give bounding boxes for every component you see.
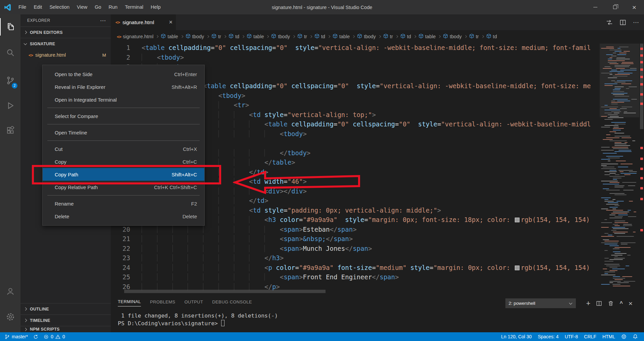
close-panel-icon[interactable]: ×: [629, 299, 633, 307]
menubar-item-selection[interactable]: Selection: [46, 0, 73, 14]
eol-item[interactable]: CRLF: [581, 332, 599, 341]
search-icon[interactable]: [0, 44, 20, 61]
split-editor-icon[interactable]: [620, 19, 626, 26]
breadcrumb-symbol-table[interactable]: table: [418, 34, 436, 40]
split-terminal-icon[interactable]: [596, 300, 602, 306]
feedback-smiley-item[interactable]: [618, 332, 629, 341]
context-menu-item-open-in-integrated-terminal[interactable]: Open in Integrated Terminal: [43, 93, 204, 106]
outline-section[interactable]: OUTLINE: [20, 303, 111, 315]
npm-scripts-section[interactable]: NPM SCRIPTS: [20, 326, 111, 332]
breadcrumb-symbol-tbody[interactable]: tbody: [357, 34, 376, 40]
minimap[interactable]: [600, 43, 639, 296]
source-control-icon[interactable]: 2: [0, 72, 20, 89]
close-button[interactable]: ×: [625, 0, 644, 14]
language-mode-item[interactable]: HTML: [600, 332, 618, 341]
minimize-button[interactable]: [586, 0, 605, 14]
menubar-item-terminal[interactable]: Terminal: [121, 0, 147, 14]
account-icon[interactable]: [0, 283, 20, 300]
breadcrumb-symbol-table[interactable]: table: [333, 34, 350, 40]
breadcrumb-symbol-tbody[interactable]: tbody: [271, 34, 290, 40]
code-line[interactable]: 24<p color="#9a9a9a" font-size="medium" …: [111, 263, 600, 273]
tab-close-icon[interactable]: ×: [169, 19, 172, 26]
cursor-position-item[interactable]: Ln 120, Col 30: [498, 332, 534, 341]
breadcrumb-symbol-tbody[interactable]: tbody: [443, 34, 461, 40]
context-menu-item-open-to-the-side[interactable]: Open to the SideCtrl+Enter: [43, 68, 204, 80]
context-menu-item-select-for-compare[interactable]: Select for Compare: [43, 110, 204, 122]
breadcrumb-symbol-tr[interactable]: tr: [383, 34, 393, 40]
chevron-right-icon: [266, 35, 269, 38]
breadcrumb-symbol-table[interactable]: table: [161, 34, 178, 40]
code-line[interactable]: 20<span>Esteban</span>: [111, 225, 600, 234]
tab-debug-console[interactable]: DEBUG CONSOLE: [212, 299, 252, 306]
breadcrumb-file[interactable]: <>signature.html: [117, 34, 153, 39]
kill-terminal-trash-icon[interactable]: [608, 300, 614, 306]
timeline-section[interactable]: TIMELINE: [20, 315, 111, 326]
menubar-item-file[interactable]: File: [15, 0, 30, 14]
breadcrumb-symbol-tr[interactable]: tr: [297, 34, 307, 40]
explorer-more-actions-icon[interactable]: ⋯: [100, 17, 106, 24]
code-line[interactable]: 2<tbody>: [111, 53, 600, 62]
terminal-shell-select[interactable]: 2: powershell: [505, 298, 576, 308]
maximize-panel-icon[interactable]: ^: [620, 300, 623, 306]
tab-terminal[interactable]: TERMINAL: [118, 299, 141, 306]
breadcrumb-symbol-tbody[interactable]: tbody: [186, 34, 204, 40]
settings-gear-icon[interactable]: [0, 308, 20, 326]
breadcrumb-label: tbody: [192, 34, 204, 39]
tab-problems[interactable]: PROBLEMS: [150, 299, 175, 306]
terminal-cursor[interactable]: [221, 320, 225, 326]
code-line[interactable]: 23</h3>: [111, 253, 600, 263]
tab-signature-html[interactable]: <> signature.html ×: [111, 14, 176, 30]
problems-item[interactable]: 0 0: [41, 332, 68, 341]
notifications-bell-item[interactable]: [630, 332, 641, 341]
menubar-item-run[interactable]: Run: [105, 0, 121, 14]
code-token: [261, 111, 264, 118]
menubar-item-view[interactable]: View: [73, 0, 91, 14]
tab-output[interactable]: OUTPUT: [184, 299, 203, 306]
code-line[interactable]: 22<span>Munch Jones</span>: [111, 244, 600, 253]
explorer-icon[interactable]: [0, 18, 20, 36]
changed-line-marker: [640, 103, 643, 105]
breadcrumb-symbol-td[interactable]: td: [400, 34, 411, 40]
horizontal-scrollbar-thumb[interactable]: [124, 290, 326, 293]
extensions-icon[interactable]: [0, 122, 20, 139]
indent-guide: [188, 235, 203, 242]
context-menu-item-reveal-in-file-explorer[interactable]: Reveal in File ExplorerShift+Alt+R: [43, 80, 204, 93]
indentation-item[interactable]: Spaces: 4: [535, 332, 561, 341]
menubar-item-go[interactable]: Go: [91, 0, 105, 14]
minimap-line: [601, 127, 610, 127]
code-line[interactable]: 25<span>Front End Engineer</span>: [111, 272, 600, 282]
context-menu-item-delete[interactable]: DeleteDelete: [43, 210, 204, 223]
menubar-item-help[interactable]: Help: [147, 0, 164, 14]
breadcrumb-symbol-td[interactable]: td: [229, 34, 239, 40]
terminal-output[interactable]: 1 file changed, 8 insertions(+), 8 delet…: [118, 312, 278, 327]
breadcrumb-symbol-td[interactable]: td: [314, 34, 325, 40]
restore-button[interactable]: [605, 0, 625, 14]
folder-section[interactable]: SIGNATURE: [20, 38, 111, 49]
more-actions-icon[interactable]: ⋯: [633, 19, 639, 26]
breadcrumb-symbol-table[interactable]: table: [247, 34, 264, 40]
overview-ruler[interactable]: [639, 43, 644, 296]
code-tokens: <td style="vertical-align: top;">: [249, 111, 376, 118]
minimap-line: [604, 201, 614, 202]
run-debug-icon[interactable]: [0, 97, 20, 114]
breadcrumb-symbol-tr[interactable]: tr: [211, 34, 221, 40]
open-editors-section[interactable]: OPEN EDITORS: [20, 26, 111, 38]
code-line[interactable]: 1<table cellpadding="0" cellspacing="0" …: [111, 43, 600, 53]
minimap-line: [617, 73, 633, 73]
file-item-signature-html[interactable]: <> signature.html M: [20, 49, 111, 61]
context-menu-item-open-timeline[interactable]: Open Timeline: [43, 126, 204, 139]
breadcrumb-symbol-td[interactable]: td: [486, 34, 497, 40]
horizontal-scrollbar[interactable]: [111, 289, 600, 294]
encoding-item[interactable]: UTF-8: [562, 332, 581, 341]
breadcrumb-symbol-tr[interactable]: tr: [469, 34, 479, 40]
menubar-item-edit[interactable]: Edit: [30, 0, 46, 14]
context-menu-item-rename[interactable]: RenameF2: [43, 197, 204, 210]
context-menu-item-cut[interactable]: CutCtrl+X: [43, 143, 204, 155]
sync-changes-item[interactable]: [31, 332, 41, 341]
new-terminal-icon[interactable]: +: [586, 299, 591, 308]
indent-guide: [249, 264, 264, 271]
git-branch-item[interactable]: master*: [2, 332, 31, 341]
minimap-line: [604, 233, 608, 234]
code-line[interactable]: 21<span>&nbsp;</span>: [111, 234, 600, 244]
open-changes-icon[interactable]: [606, 19, 613, 26]
